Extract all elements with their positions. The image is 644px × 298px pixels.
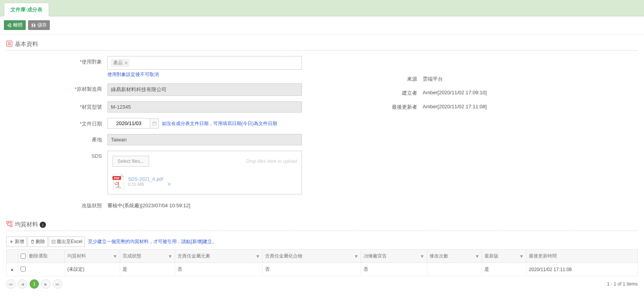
label-source: 來源 (391, 76, 423, 83)
manufacturer-field: 綠易新材料科技有限公司 (107, 83, 302, 96)
svg-rect-4 (153, 122, 156, 125)
label-doc-date: *文件日期 (10, 118, 107, 127)
pdf-icon: PDF Adobe (112, 174, 124, 189)
file-name[interactable]: SDS-2021_A.pdf (128, 176, 163, 182)
info-sidebar: 來源 雲端平台 建立者 Amber[2020/11/02 17:09:10] 最… (391, 76, 555, 118)
col-updated: 最後更新時間 (526, 250, 638, 263)
svg-rect-13 (10, 225, 12, 227)
list-icon (6, 41, 12, 48)
grid-toolbar: ＋ 新增 刪除 匯出至Excel 至少建立一個完整的均質材料，才可被引用，請點[… (6, 236, 638, 247)
leave-button[interactable]: 離開 (4, 20, 26, 30)
label-creator: 建立者 (391, 90, 423, 97)
leave-button-label: 離開 (13, 22, 23, 28)
select-files-button[interactable]: Select files... (112, 156, 149, 167)
cell-material-link[interactable]: (未設定) (65, 263, 120, 276)
label-origin: 產地 (10, 134, 107, 143)
grid-hint: 至少建立一個完整的均質材料，才可被引用，請點[新增]建立。 (88, 238, 217, 245)
label-manufacturer: *原材製造商 (10, 83, 107, 93)
col-smelter[interactable]: 冶煉廠宣告▼ (361, 250, 427, 263)
close-icon[interactable]: ✕ (124, 60, 128, 66)
usage-hint: 使用對象設定後不可取消 (107, 71, 302, 78)
exit-icon (7, 23, 12, 28)
file-size: 0.15 MB (128, 182, 163, 187)
cell-metal-elem: 否 (175, 263, 263, 276)
value-updater: Amber[2020/11/02 17:11:08] (423, 104, 487, 111)
filter-icon[interactable]: ▼ (354, 254, 358, 259)
select-all-checkbox[interactable] (21, 254, 26, 259)
export-excel-button[interactable]: 匯出至Excel (49, 236, 85, 247)
label-material-no: *材質型號 (10, 101, 107, 111)
svg-rect-12 (10, 221, 12, 223)
cell-complete: 是 (120, 263, 175, 276)
pager-next-button[interactable]: ▶ (41, 279, 51, 289)
pager: ⏮ ◀ 1 ▶ ⏭ 1 - 1 of 1 items (6, 279, 638, 289)
filter-icon[interactable]: ▼ (519, 254, 524, 259)
col-complete[interactable]: 完成狀態▼ (120, 250, 175, 263)
tab-composition[interactable]: 文件庫-成分表 (4, 3, 49, 16)
save-button-label: 儲存 (37, 22, 47, 28)
materials-grid: 刪除選取 均質材料▼ 完成狀態▼ 含責任金屬元素▼ 含責任金屬化合物▼ 冶煉廠宣… (6, 249, 638, 276)
usage-target-input[interactable]: 產品 ✕ (107, 56, 302, 70)
pager-first-button[interactable]: ⏮ (6, 279, 16, 289)
label-sds: SDS (10, 151, 107, 159)
cell-smelter: 否 (361, 263, 427, 276)
cell-updated: 2020/11/02 17:11:08 (526, 263, 638, 276)
col-metal-comp[interactable]: 含責任金屬化合物▼ (263, 250, 361, 263)
save-icon (31, 23, 36, 28)
add-button[interactable]: ＋ 新增 (6, 236, 27, 247)
info-icon[interactable]: i (40, 222, 46, 228)
drop-hint: Drop files here to upload (246, 159, 297, 164)
section-materials-label: 均質材料 (15, 221, 38, 228)
expand-row-button[interactable]: ▸ (7, 263, 18, 276)
action-toolbar: 離開 儲存 (0, 16, 644, 34)
grid-header-row: 刪除選取 均質材料▼ 完成狀態▼ 含責任金屬元素▼ 含責任金屬化合物▼ 冶煉廠宣… (7, 250, 638, 263)
pager-page-1[interactable]: 1 (30, 279, 39, 289)
sds-upload-box: Select files... Drop files here to uploa… (107, 151, 302, 194)
col-material[interactable]: 均質材料▼ (65, 250, 120, 263)
cell-metal-comp: 否 (263, 263, 361, 276)
calendar-button[interactable] (150, 118, 159, 129)
filter-icon[interactable]: ▼ (255, 254, 260, 259)
section-materials-title: 均質材料 i (6, 219, 638, 231)
usage-chip: 產品 ✕ (111, 59, 130, 67)
pager-info: 1 - 1 of 1 items (607, 281, 638, 287)
col-metal-elem[interactable]: 含責任金屬元素▼ (175, 250, 263, 263)
row-select-checkbox[interactable] (21, 266, 26, 272)
delete-button[interactable]: 刪除 (28, 236, 48, 247)
value-source: 雲端平台 (423, 76, 443, 83)
col-delete-select: 刪除選取 (18, 250, 65, 263)
label-usage: *使用對象 (10, 56, 107, 65)
tab-bar: 文件庫-成分表 (0, 0, 644, 16)
tree-icon (6, 221, 12, 228)
pager-prev-button[interactable]: ◀ (18, 279, 27, 289)
label-rev-status: 改版狀態 (10, 200, 107, 209)
trash-icon (30, 240, 35, 244)
svg-text:PDF: PDF (114, 177, 120, 180)
value-creator: Amber[2020/11/02 17:09:10] (423, 90, 487, 97)
col-latest[interactable]: 最新版▼ (482, 250, 526, 263)
save-button[interactable]: 儲存 (28, 20, 50, 30)
excel-icon (51, 240, 56, 244)
pager-last-button[interactable]: ⏭ (53, 279, 62, 289)
remove-file-button[interactable]: ✕ (167, 176, 172, 187)
svg-text:Adobe: Adobe (116, 186, 121, 189)
rev-status-value: 審核中(系統廠)[2023/07/04 10:59:12] (107, 200, 302, 209)
svg-rect-11 (7, 221, 9, 223)
plus-icon: ＋ (9, 238, 14, 245)
cell-rev-count (427, 263, 482, 276)
filter-icon[interactable]: ▼ (475, 254, 480, 259)
section-basic-info-label: 基本資料 (15, 41, 38, 48)
calendar-icon (152, 121, 157, 126)
doc-date-hint: 如沒有成分表文件日期，可用填寫日期(今日)為文件日期 (162, 118, 277, 127)
doc-date-input[interactable] (107, 118, 150, 129)
label-updater: 最後更新者 (391, 104, 423, 111)
filter-icon[interactable]: ▼ (168, 254, 172, 259)
origin-field: Taiwan (107, 134, 302, 145)
filter-icon[interactable]: ▼ (113, 254, 118, 259)
section-basic-info-title: 基本資料 (6, 38, 638, 51)
table-row: ▸ (未設定) 是 否 否 否 是 2020/11/02 17:11:08 (7, 263, 638, 276)
material-no-field: M-12345 (107, 101, 302, 113)
col-rev-count[interactable]: 修改次數▼ (427, 250, 482, 263)
uploaded-file-row: PDF Adobe SDS-2021_A.pdf 0.15 MB ✕ (112, 174, 297, 189)
filter-icon[interactable]: ▼ (420, 254, 425, 259)
